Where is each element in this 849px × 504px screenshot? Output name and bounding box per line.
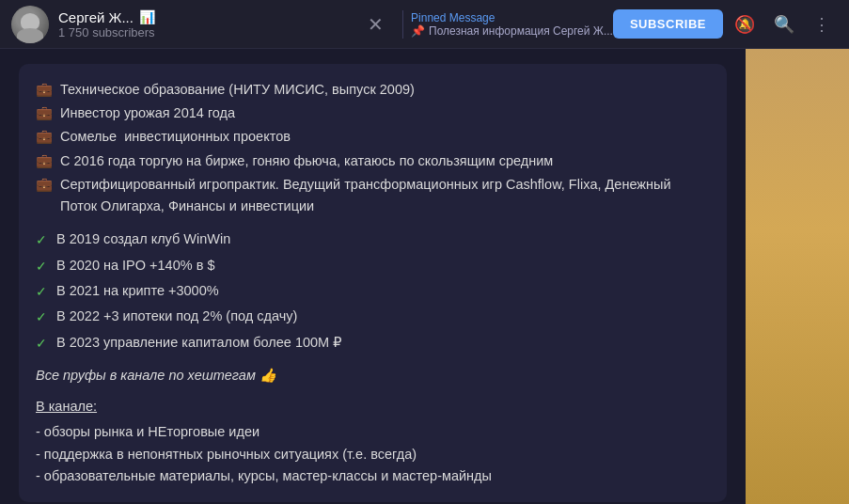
checkmark-4: ✓ [36, 307, 47, 327]
emoji-5: 💼 [36, 174, 53, 196]
check-item-1: ✓ В 2019 создал клуб WinWin [36, 228, 710, 250]
section-item-3: - образовательные материалы, курсы, маст… [36, 465, 710, 487]
right-sidebar [746, 49, 849, 504]
check-item-2: ✓ В 2020 на IPO +140% в $ [36, 255, 710, 276]
search-icon[interactable]: 🔍 [766, 8, 802, 40]
avatar [11, 6, 49, 43]
pinned-preview: 📌 Полезная информация Сергей Ж... [411, 24, 613, 38]
avatar-image [11, 6, 49, 43]
checkmark-3: ✓ [36, 281, 47, 302]
checkmark-5: ✓ [36, 333, 47, 354]
pinned-label: Pinned Message [411, 11, 613, 24]
check-text-1: В 2019 создал клуб WinWin [56, 228, 230, 250]
section-title-line: В канале: [36, 396, 710, 417]
check-text-5: В 2023 управление капиталом более 100М ₽ [56, 332, 342, 354]
bullet-lines: 💼 Техническое образование (НИТУ МИСИС, в… [36, 79, 710, 217]
section-item-2: - поддержка в непонятных рыночных ситуац… [36, 444, 710, 465]
line-text-5: Сертифицированный игропрактик. Ведущий т… [60, 174, 710, 217]
header-actions: SUBSCRIBE 🔕 🔍 ⋮ [613, 8, 838, 40]
pinned-message-section[interactable]: Pinned Message 📌 Полезная информация Сер… [411, 11, 613, 38]
message-line-5: 💼 Сертифицированный игропрактик. Ведущий… [36, 174, 710, 217]
message-card: 💼 Техническое образование (НИТУ МИСИС, в… [19, 64, 727, 502]
checkmark-1: ✓ [36, 229, 47, 250]
section-item-1: - обзоры рынка и НЕторговые идеи [36, 421, 710, 443]
close-button[interactable]: ✕ [360, 9, 391, 39]
chat-area: 💼 Техническое образование (НИТУ МИСИС, в… [0, 49, 746, 504]
emoji-1: 💼 [36, 79, 53, 101]
header: Сергей Ж... 📊 1 750 subscribers ✕ Pinned… [0, 0, 849, 49]
emoji-3: 💼 [36, 126, 53, 148]
emoji-4: 💼 [36, 150, 53, 172]
section-title: В канале: [36, 399, 97, 414]
pinned-preview-text: Полезная информация Сергей Ж... [429, 24, 613, 38]
subscribers-count: 1 750 subscribers [58, 25, 360, 39]
check-text-2: В 2020 на IPO +140% в $ [56, 255, 214, 276]
header-divider [402, 10, 403, 39]
check-item-3: ✓ В 2021 на крипте +3000% [36, 280, 710, 302]
main-content: 💼 Техническое образование (НИТУ МИСИС, в… [0, 49, 849, 504]
more-options-icon[interactable]: ⋮ [806, 8, 838, 40]
line-text-3: Сомелье инвестиционных проектов [60, 126, 291, 148]
line-text-1: Техническое образование (НИТУ МИСИС, вып… [60, 79, 415, 101]
avatar-body [17, 28, 43, 43]
checklist: ✓ В 2019 создал клуб WinWin ✓ В 2020 на … [36, 228, 710, 354]
channel-name[interactable]: Сергей Ж... 📊 [58, 9, 360, 25]
italic-line: Все пруфы в канале по хештегам 👍 [36, 365, 710, 386]
verified-icon: 📊 [139, 9, 155, 24]
subscribe-button[interactable]: SUBSCRIBE [613, 9, 723, 39]
channel-info: Сергей Ж... 📊 1 750 subscribers [58, 9, 360, 39]
italic-text: Все пруфы в канале по хештегам 👍 [36, 368, 276, 383]
message-line-2: 💼 Инвестор урожая 2014 года [36, 102, 710, 124]
check-item-5: ✓ В 2023 управление капиталом более 100М… [36, 332, 710, 354]
check-item-4: ✓ В 2022 +3 ипотеки под 2% (под сдачу) [36, 306, 710, 327]
message-line-1: 💼 Техническое образование (НИТУ МИСИС, в… [36, 79, 710, 101]
line-text-4: С 2016 года торгую на бирже, гоняю фьюча… [60, 150, 553, 172]
message-line-4: 💼 С 2016 года торгую на бирже, гоняю фью… [36, 150, 710, 172]
line-text-2: Инвестор урожая 2014 года [60, 102, 235, 124]
pin-icon: 📌 [411, 24, 425, 38]
message-line-3: 💼 Сомелье инвестиционных проектов [36, 126, 710, 148]
notification-bell-icon[interactable]: 🔕 [727, 8, 763, 40]
check-text-3: В 2021 на крипте +3000% [56, 280, 219, 302]
channel-name-text: Сергей Ж... [58, 9, 134, 25]
emoji-2: 💼 [36, 102, 53, 124]
check-text-4: В 2022 +3 ипотеки под 2% (под сдачу) [56, 306, 297, 327]
checkmark-2: ✓ [36, 256, 47, 276]
